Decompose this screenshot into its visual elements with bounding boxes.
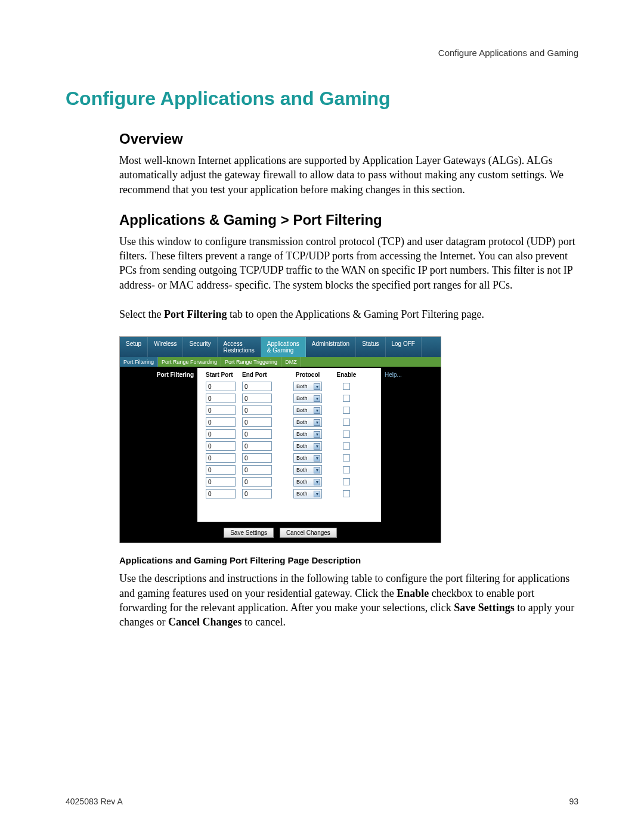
enable-checkbox[interactable] bbox=[343, 454, 350, 462]
overview-heading: Overview bbox=[119, 131, 578, 147]
nav-tab[interactable]: Setup bbox=[120, 337, 148, 357]
chevron-down-icon: ▾ bbox=[314, 431, 320, 438]
chevron-down-icon: ▾ bbox=[314, 491, 320, 497]
port-filter-row: Both▾ bbox=[197, 452, 381, 464]
enable-checkbox[interactable] bbox=[343, 478, 350, 485]
col-enable: Enable bbox=[329, 371, 364, 378]
port-filter-row: Both▾ bbox=[197, 488, 381, 500]
enable-checkbox[interactable] bbox=[343, 431, 350, 438]
start-port-input[interactable] bbox=[206, 405, 236, 415]
side-label: Port Filtering bbox=[120, 367, 197, 522]
port-filter-row: Both▾ bbox=[197, 476, 381, 488]
chevron-down-icon: ▾ bbox=[314, 479, 320, 485]
port-filter-row: Both▾ bbox=[197, 380, 381, 392]
help-link[interactable]: Help... bbox=[381, 367, 441, 522]
overview-paragraph: Most well-known Internet applications ar… bbox=[119, 153, 578, 197]
page-title: Configure Applications and Gaming bbox=[66, 88, 578, 110]
start-port-input[interactable] bbox=[206, 417, 236, 427]
port-filter-table: Start Port End Port Protocol Enable Both… bbox=[197, 367, 381, 522]
end-port-input[interactable] bbox=[242, 405, 272, 415]
end-port-input[interactable] bbox=[242, 429, 272, 439]
end-port-input[interactable] bbox=[242, 382, 272, 391]
start-port-input[interactable] bbox=[206, 453, 236, 463]
bold-save-settings: Save Settings bbox=[454, 602, 515, 614]
sub-tab[interactable]: Port Filtering bbox=[120, 357, 158, 367]
start-port-input[interactable] bbox=[206, 429, 236, 439]
start-port-input[interactable] bbox=[206, 477, 236, 487]
footer-doc-id: 4025083 Rev A bbox=[66, 797, 123, 806]
end-port-input[interactable] bbox=[242, 441, 272, 451]
router-ui-screenshot: SetupWirelessSecurityAccessRestrictionsA… bbox=[119, 336, 441, 543]
protocol-select[interactable]: Both▾ bbox=[293, 429, 322, 439]
save-settings-button[interactable]: Save Settings bbox=[224, 528, 274, 538]
text: Select the bbox=[119, 308, 164, 320]
description-paragraph: Use the descriptions and instructions in… bbox=[119, 571, 578, 629]
nav-tab[interactable]: Applications& Gaming bbox=[261, 337, 306, 357]
nav-tab[interactable]: Status bbox=[356, 337, 385, 357]
sub-tab[interactable]: DMZ bbox=[281, 357, 301, 367]
end-port-input[interactable] bbox=[242, 489, 272, 498]
nav-tab[interactable]: Wireless bbox=[148, 337, 183, 357]
protocol-select[interactable]: Both▾ bbox=[293, 477, 322, 487]
col-start-port: Start Port bbox=[197, 371, 242, 378]
protocol-select[interactable]: Both▾ bbox=[293, 405, 322, 415]
description-heading: Applications and Gaming Port Filtering P… bbox=[119, 555, 578, 565]
protocol-select[interactable]: Both▾ bbox=[293, 465, 322, 475]
nav-tab[interactable]: Log OFF bbox=[386, 337, 422, 357]
enable-checkbox[interactable] bbox=[343, 466, 350, 473]
enable-checkbox[interactable] bbox=[343, 383, 350, 390]
port-filter-row: Both▾ bbox=[197, 392, 381, 404]
sub-tab[interactable]: Port Range Forwarding bbox=[158, 357, 221, 367]
port-filter-row: Both▾ bbox=[197, 440, 381, 452]
start-port-input[interactable] bbox=[206, 441, 236, 451]
header-right-text: Configure Applications and Gaming bbox=[66, 48, 578, 58]
start-port-input[interactable] bbox=[206, 382, 236, 391]
port-filter-row: Both▾ bbox=[197, 428, 381, 440]
end-port-input[interactable] bbox=[242, 453, 272, 463]
sub-nav-tabs: Port FilteringPort Range ForwardingPort … bbox=[120, 357, 441, 367]
start-port-input[interactable] bbox=[206, 489, 236, 498]
enable-checkbox[interactable] bbox=[343, 407, 350, 414]
protocol-select[interactable]: Both▾ bbox=[293, 489, 322, 498]
chevron-down-icon: ▾ bbox=[314, 383, 320, 390]
chevron-down-icon: ▾ bbox=[314, 419, 320, 426]
chevron-down-icon: ▾ bbox=[314, 395, 320, 402]
enable-checkbox[interactable] bbox=[343, 395, 350, 402]
end-port-input[interactable] bbox=[242, 394, 272, 403]
end-port-input[interactable] bbox=[242, 417, 272, 427]
end-port-input[interactable] bbox=[242, 477, 272, 487]
button-row: Save Settings Cancel Changes bbox=[120, 522, 441, 543]
protocol-select[interactable]: Both▾ bbox=[293, 382, 322, 391]
enable-checkbox[interactable] bbox=[343, 442, 350, 450]
text: tab to open the Applications & Gaming Po… bbox=[227, 308, 484, 320]
port-filtering-paragraph-2: Select the Port Filtering tab to open th… bbox=[119, 307, 578, 321]
start-port-input[interactable] bbox=[206, 465, 236, 475]
bold-cancel-changes: Cancel Changes bbox=[168, 616, 242, 628]
nav-tab[interactable]: Administration bbox=[306, 337, 356, 357]
port-filtering-paragraph-1: Use this window to configure transmissio… bbox=[119, 234, 578, 292]
protocol-select[interactable]: Both▾ bbox=[293, 453, 322, 463]
sub-tab[interactable]: Port Range Triggering bbox=[221, 357, 281, 367]
protocol-select[interactable]: Both▾ bbox=[293, 417, 322, 427]
footer-page-number: 93 bbox=[569, 797, 578, 806]
bold-enable: Enable bbox=[397, 587, 429, 599]
end-port-input[interactable] bbox=[242, 465, 272, 475]
col-end-port: End Port bbox=[242, 371, 287, 378]
protocol-select[interactable]: Both▾ bbox=[293, 394, 322, 403]
nav-tab[interactable]: AccessRestrictions bbox=[218, 337, 261, 357]
chevron-down-icon: ▾ bbox=[314, 467, 320, 473]
port-filter-row: Both▾ bbox=[197, 464, 381, 476]
bold-port-filtering: Port Filtering bbox=[164, 308, 227, 320]
start-port-input[interactable] bbox=[206, 394, 236, 403]
chevron-down-icon: ▾ bbox=[314, 443, 320, 450]
protocol-select[interactable]: Both▾ bbox=[293, 441, 322, 451]
port-filter-row: Both▾ bbox=[197, 404, 381, 416]
nav-tab[interactable]: Security bbox=[183, 337, 217, 357]
enable-checkbox[interactable] bbox=[343, 419, 350, 426]
chevron-down-icon: ▾ bbox=[314, 407, 320, 414]
text: to cancel. bbox=[242, 616, 285, 628]
enable-checkbox[interactable] bbox=[343, 490, 350, 497]
port-filter-row: Both▾ bbox=[197, 416, 381, 428]
chevron-down-icon: ▾ bbox=[314, 455, 320, 462]
cancel-changes-button[interactable]: Cancel Changes bbox=[280, 528, 337, 538]
